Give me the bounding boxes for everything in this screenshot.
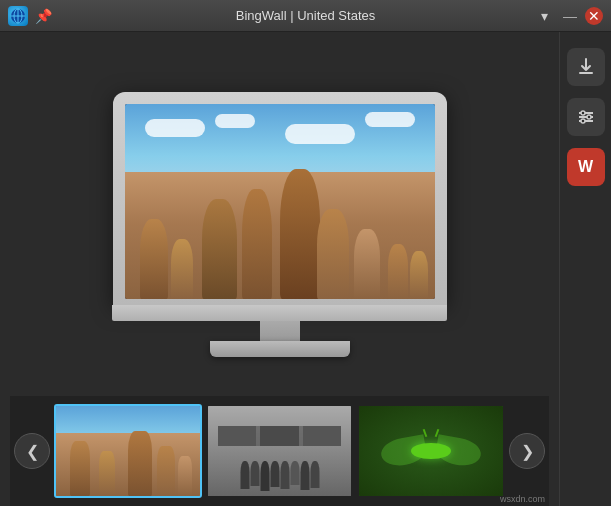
wps-label: W (578, 158, 593, 176)
svg-point-9 (587, 115, 591, 119)
titlebar: 📌 BingWall | United States ▾ — ✕ (0, 0, 611, 32)
rock-spire (410, 251, 428, 299)
cloud (145, 119, 205, 137)
monitor (112, 92, 447, 357)
rock-spire (317, 209, 349, 299)
download-icon (576, 57, 596, 77)
bw-figure (300, 461, 309, 490)
thumbnails-container (54, 404, 505, 498)
titlebar-title: BingWall | United States (236, 8, 375, 23)
svg-point-10 (581, 119, 585, 123)
rock-spire (242, 189, 272, 299)
watermark: wsxdn.com (500, 494, 545, 504)
thumb-spire (178, 456, 192, 496)
app-icon (8, 6, 28, 26)
close-button[interactable]: ✕ (585, 7, 603, 25)
minimize-button[interactable]: — (559, 5, 581, 27)
monitor-container (112, 52, 447, 396)
bw-figure (270, 461, 279, 487)
chevron-down-button[interactable]: ▾ (533, 5, 555, 27)
center-area: ❮ (0, 32, 559, 506)
monitor-neck (260, 321, 300, 341)
bw-figure (310, 461, 319, 488)
thumbnail-1-image (56, 406, 200, 496)
bw-figure (240, 461, 249, 489)
monitor-chin (112, 305, 447, 321)
thumb-spire (99, 451, 115, 496)
pin-icon[interactable]: 📌 (34, 7, 52, 25)
monitor-bezel (113, 92, 447, 305)
wallpaper-preview (125, 104, 435, 299)
sidebar: W (559, 32, 611, 506)
insect (381, 438, 482, 465)
wps-button[interactable]: W (567, 148, 605, 186)
bw-figure (250, 461, 259, 486)
bw-figure (280, 461, 289, 489)
titlebar-controls: ▾ — ✕ (533, 5, 603, 27)
cloud (285, 124, 355, 144)
thumbnail-3[interactable] (357, 404, 505, 498)
bw-figure (260, 461, 269, 491)
settings-icon (576, 107, 596, 127)
thumb-spire (70, 441, 90, 496)
next-button[interactable]: ❯ (509, 433, 545, 469)
rock-spire (388, 244, 408, 299)
rock-spire (171, 239, 193, 299)
rock-spire (202, 199, 237, 299)
monitor-base (210, 341, 350, 357)
bw-banners (218, 426, 342, 446)
svg-point-8 (581, 111, 585, 115)
banner (260, 426, 299, 446)
monitor-screen (125, 104, 435, 299)
main-content: ❮ (0, 32, 611, 506)
banner (303, 426, 342, 446)
cloud (365, 112, 415, 127)
download-button[interactable] (567, 48, 605, 86)
settings-button[interactable] (567, 98, 605, 136)
bw-figure (290, 461, 299, 485)
thumbnail-2-image (208, 406, 352, 496)
thumbnail-strip: ❮ (10, 396, 549, 506)
bw-figures (240, 461, 319, 491)
svg-rect-4 (579, 72, 593, 74)
cloud (215, 114, 255, 128)
thumbnail-3-image (359, 406, 503, 496)
thumbnail-2[interactable] (206, 404, 354, 498)
rock-spire (354, 229, 380, 299)
prev-button[interactable]: ❮ (14, 433, 50, 469)
rock-spire (140, 219, 168, 299)
thumb-spire (128, 431, 152, 496)
titlebar-left: 📌 (8, 6, 52, 26)
rock-spire (280, 169, 320, 299)
thumb-spire (157, 446, 175, 496)
banner (218, 426, 257, 446)
thumbnail-1[interactable] (54, 404, 202, 498)
